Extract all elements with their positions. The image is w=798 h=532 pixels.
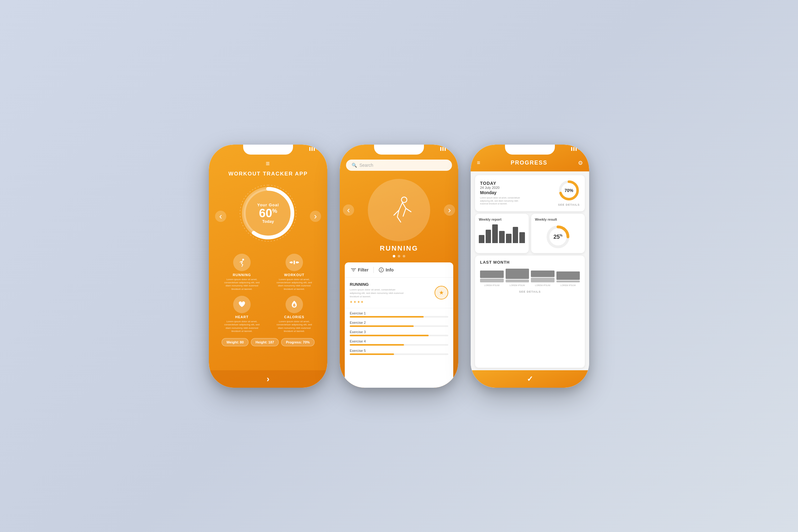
filter-divider xyxy=(374,267,374,273)
today-percent-text: 70% xyxy=(565,188,573,193)
running-label: RUNNING xyxy=(233,273,251,277)
calories-desc: Lorem ipsum dolor sit amet, consectetuer… xyxy=(274,320,315,333)
svg-rect-7 xyxy=(290,262,291,263)
bar-seg-3a xyxy=(531,270,554,277)
card-info: RUNNING Lorem ipsum dolor sit amet, cons… xyxy=(350,282,406,304)
hero-left-arrow[interactable]: ‹ xyxy=(343,205,354,216)
exercise-1-name: Exercise 1 xyxy=(350,311,448,315)
workout-icon-circle xyxy=(286,254,303,271)
see-details-1[interactable]: SEE DETAILS xyxy=(558,201,580,207)
signal-icon-2: ▐▐▐ xyxy=(439,147,446,151)
runner-figure-icon xyxy=(382,193,416,227)
calories-label: CALORIES xyxy=(284,315,305,319)
icon-workout[interactable]: WORKOUT Lorem ipsum dolor sit amet, cons… xyxy=(270,254,318,291)
search-icon: 🔍 xyxy=(352,163,357,168)
goal-today: Today xyxy=(257,219,279,224)
filter-button[interactable]: Filter xyxy=(351,267,368,272)
svg-text:i: i xyxy=(381,268,382,272)
battery-icon-2: ▮ xyxy=(450,147,452,151)
heart-label: HEART xyxy=(235,315,249,319)
see-details-2[interactable]: SEE DETAILS xyxy=(480,288,580,294)
phone3-bottom[interactable]: ✓ xyxy=(471,370,589,388)
phone1-title: WORKOUT TRACKER APP xyxy=(228,171,308,177)
exercise-3[interactable]: Exercise 3 xyxy=(350,330,448,336)
dot-3[interactable] xyxy=(403,255,405,258)
phone-3-screen: ≡ PROGRESS ⚙ TODAY 24 July 2020 Monday L… xyxy=(471,145,589,388)
month-bar-group-3: LOREM IPSUM xyxy=(531,264,554,286)
calories-icon xyxy=(290,300,298,309)
chevron-down-icon[interactable]: ✓ xyxy=(527,375,533,383)
info-button[interactable]: i Info xyxy=(379,267,394,272)
dot-2[interactable] xyxy=(398,255,400,258)
phone3-settings-icon[interactable]: ⚙ xyxy=(578,159,583,167)
exercise-5-bar-fill xyxy=(350,354,394,355)
exercise-4-bar-bg xyxy=(350,344,448,346)
running-title: RUNNING xyxy=(340,244,458,252)
weekly-result-title: Weekly result xyxy=(535,217,581,221)
goal-area: ‹ Your Goal 60% xyxy=(209,182,327,251)
phone3-title: PROGRESS xyxy=(480,159,578,166)
month-label-3: LOREM IPSUM xyxy=(535,284,550,286)
weekly-report-card: Weekly report xyxy=(475,214,529,253)
heart-icon xyxy=(238,300,246,309)
next-arrow[interactable]: › xyxy=(267,374,269,384)
icon-grid: RUNNING Lorem ipsum dolor sit amet, cons… xyxy=(209,254,327,333)
exercise-3-name: Exercise 3 xyxy=(350,330,448,334)
bar-4 xyxy=(499,231,505,243)
phone-3: ▐▐▐ ≈ ▮ ≡ PROGRESS ⚙ TODAY 24 July 2020 … xyxy=(471,145,589,388)
svg-rect-4 xyxy=(293,261,295,264)
card-desc: Lorem ipsum dolor sit amet, consectetuer… xyxy=(350,288,406,299)
month-label-1: LOREM IPSUM xyxy=(484,284,499,286)
status-bar-2: ▐▐▐ ≈ ▮ xyxy=(340,147,458,151)
exercise-1-bar-bg xyxy=(350,316,448,318)
signal-icon-3: ▐▐▐ xyxy=(570,147,577,151)
heart-icon-circle xyxy=(233,296,251,313)
bar-5 xyxy=(506,234,512,243)
filter-bar: Filter i Info xyxy=(345,262,453,278)
icon-running[interactable]: RUNNING Lorem ipsum dolor sit amet, cons… xyxy=(218,254,266,291)
wifi-icon-1: ≈ xyxy=(316,147,318,151)
month-label-2: LOREM IPSUM xyxy=(510,284,525,286)
exercise-5-name: Exercise 5 xyxy=(350,349,448,353)
today-label: TODAY xyxy=(480,181,524,186)
exercise-1[interactable]: Exercise 1 xyxy=(350,311,448,318)
phone3-hamburger-icon[interactable]: ≡ xyxy=(477,159,480,166)
workout-icon xyxy=(290,258,299,267)
last-month-card: LAST MONTH LOREM IPSUM xyxy=(475,255,585,368)
bar-seg-2b xyxy=(506,280,529,282)
exercise-2[interactable]: Exercise 2 xyxy=(350,321,448,327)
search-bar[interactable]: 🔍 Search xyxy=(346,159,452,171)
bar-6 xyxy=(513,227,518,243)
bar-3 xyxy=(492,224,498,243)
phone-1: ▐▐▐ ≈ ▮ ≡ WORKOUT TRACKER APP ‹ xyxy=(209,145,327,388)
battery-icon-3: ▮ xyxy=(581,147,583,151)
month-bar-4 xyxy=(556,264,580,282)
workout-desc: Lorem ipsum dolor sit amet, consectetuer… xyxy=(274,278,315,291)
exercise-5[interactable]: Exercise 5 xyxy=(350,349,448,355)
goal-circle-text: Your Goal 60% Today xyxy=(257,203,279,224)
bottom-nav-1[interactable]: › xyxy=(209,370,327,388)
goal-left-arrow[interactable]: ‹ xyxy=(215,211,226,222)
height-stat: Height: 187 xyxy=(251,338,279,346)
today-info: TODAY 24 July 2020 Monday Lorem ipsum do… xyxy=(480,181,524,205)
search-placeholder: Search xyxy=(359,163,373,168)
weekly-report-title: Weekly report xyxy=(479,217,525,221)
card-title: RUNNING xyxy=(350,282,406,287)
bar-7 xyxy=(519,232,525,243)
running-card[interactable]: RUNNING Lorem ipsum dolor sit amet, cons… xyxy=(345,278,453,308)
hamburger-icon[interactable]: ≡ xyxy=(266,159,270,168)
status-bar-1: ▐▐▐ ≈ ▮ xyxy=(209,147,327,151)
exercise-4[interactable]: Exercise 4 xyxy=(350,339,448,346)
dot-1[interactable] xyxy=(393,255,395,258)
goal-right-arrow[interactable]: › xyxy=(310,211,321,222)
weekly-percent-text: 25% xyxy=(554,233,563,240)
battery-icon-1: ▮ xyxy=(319,147,321,151)
month-bar-2 xyxy=(506,264,529,282)
star-badge: ★ xyxy=(435,286,448,300)
svg-rect-8 xyxy=(298,262,299,263)
today-day: Monday xyxy=(480,190,524,195)
icon-calories[interactable]: CALORIES Lorem ipsum dolor sit amet, con… xyxy=(270,296,318,333)
exercise-2-name: Exercise 2 xyxy=(350,321,448,324)
icon-heart[interactable]: HEART Lorem ipsum dolor sit amet, consec… xyxy=(218,296,266,333)
hero-right-arrow[interactable]: › xyxy=(444,205,455,216)
